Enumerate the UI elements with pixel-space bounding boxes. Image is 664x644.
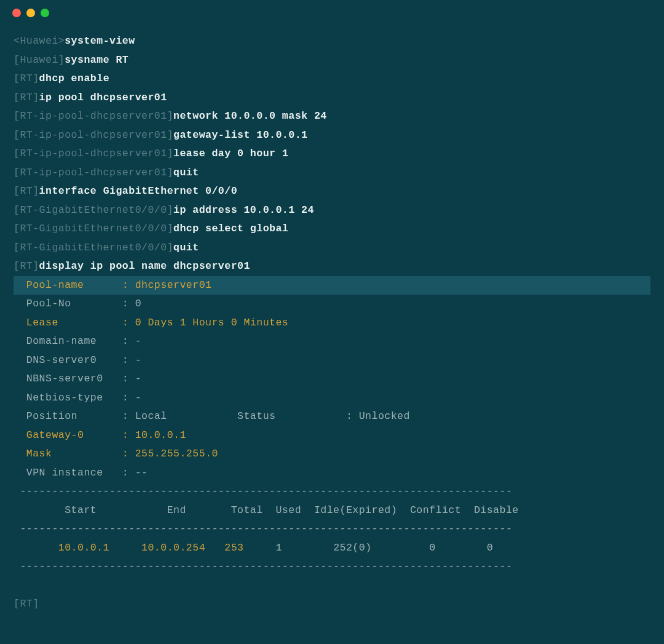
cli-prompt: [RT] [14,92,39,103]
cli-line: [RT-ip-pool-dhcpserver01]quit [14,164,650,183]
cli-prompt: <Huawei> [14,35,65,47]
cli-line: [RT]dhcp enable [14,70,650,89]
cli-prompt: [Huawei] [14,54,65,66]
cli-command: quit [173,167,199,178]
output-pool-no: Pool-No : 0 [14,295,650,314]
cli-prompt: [RT] [14,260,39,272]
cli-command: interface GigabitEthernet 0/0/0 [39,185,237,197]
cli-line: [RT-GigabitEthernet0/0/0]ip address 10.0… [14,201,650,220]
output-netbios-type: Netbios-type : - [14,389,650,408]
cli-prompt: [RT] [14,73,39,84]
cli-command: dhcp enable [39,73,109,84]
cli-prompt: [RT-ip-pool-dhcpserver01] [14,148,173,159]
cli-prompt: [RT-ip-pool-dhcpserver01] [14,129,173,141]
cli-prompt: [RT-GigabitEthernet0/0/0] [14,242,173,253]
cli-line: [RT-GigabitEthernet0/0/0]quit [14,239,650,258]
cli-command: display ip pool name dhcpserver01 [39,260,250,272]
cli-command: lease day 0 hour 1 [173,148,288,159]
cli-command: system-view [65,35,135,47]
output-pool-name: Pool-name : dhcpserver01 [14,276,650,295]
cli-command: gateway-list 10.0.0.1 [173,129,307,141]
cli-line: [RT-ip-pool-dhcpserver01]gateway-list 10… [14,126,650,145]
cli-prompt: [RT] [14,598,39,610]
blank-line [14,576,650,595]
output-separator: ----------------------------------------… [14,482,650,501]
output-separator: ----------------------------------------… [14,520,650,539]
cli-command: sysname RT [65,54,128,66]
output-row-rest: 1 252(0) 0 0 [244,542,494,554]
cli-line: [RT-ip-pool-dhcpserver01]network 10.0.0.… [14,107,650,126]
output-mask: Mask : 255.255.255.0 [14,445,650,464]
output-domain-name: Domain-name : - [14,332,650,351]
output-start-ip: 10.0.0.1 [58,542,109,554]
output-vpn-instance: VPN instance : -- [14,464,650,483]
cli-line: <Huawei>system-view [14,32,650,51]
cli-command: dhcp select global [173,223,288,234]
cli-prompt: [RT-GigabitEthernet0/0/0] [14,223,173,234]
cli-command: ip address 10.0.0.1 24 [173,204,314,216]
output-table-header: Start End Total Used Idle(Expired) Confl… [14,501,650,520]
output-position: Position : Local Status : Unlocked [14,407,650,426]
cli-prompt: [RT-ip-pool-dhcpserver01] [14,167,173,178]
cli-line: [RT]ip pool dhcpserver01 [14,89,650,108]
cli-command: network 10.0.0.0 mask 24 [173,110,327,122]
output-gateway0: Gateway-0 : 10.0.0.1 [14,426,650,445]
cli-line: [RT] [14,595,650,614]
output-table-row: 10.0.0.1 10.0.0.254 253 1 252(0) 0 0 [14,539,650,558]
output-end-ip: 10.0.0.254 [141,542,205,554]
terminal-output[interactable]: <Huawei>system-view[Huawei]sysname RT[RT… [0,22,664,614]
output-total: 253 [224,542,243,554]
cli-prompt: [RT-GigabitEthernet0/0/0] [14,204,173,216]
cli-line: [RT-ip-pool-dhcpserver01]lease day 0 hou… [14,145,650,164]
cli-command: ip pool dhcpserver01 [39,92,167,103]
cli-line: [RT]display ip pool name dhcpserver01 [14,257,650,276]
cli-prompt: [RT] [14,185,39,197]
cli-prompt: [RT-ip-pool-dhcpserver01] [14,110,173,122]
cli-command: quit [173,242,199,253]
window-titlebar [0,0,664,22]
output-lease: Lease : 0 Days 1 Hours 0 Minutes [14,314,650,333]
cli-line: [RT]interface GigabitEthernet 0/0/0 [14,182,650,201]
maximize-icon[interactable] [41,9,49,17]
minimize-icon[interactable] [26,9,35,17]
cli-line: [RT-GigabitEthernet0/0/0]dhcp select glo… [14,220,650,239]
output-separator: ----------------------------------------… [14,557,650,576]
cli-line: [Huawei]sysname RT [14,51,650,70]
output-dns-server0: DNS-server0 : - [14,351,650,370]
close-icon[interactable] [12,9,21,17]
output-nbns-server0: NBNS-server0 : - [14,370,650,389]
